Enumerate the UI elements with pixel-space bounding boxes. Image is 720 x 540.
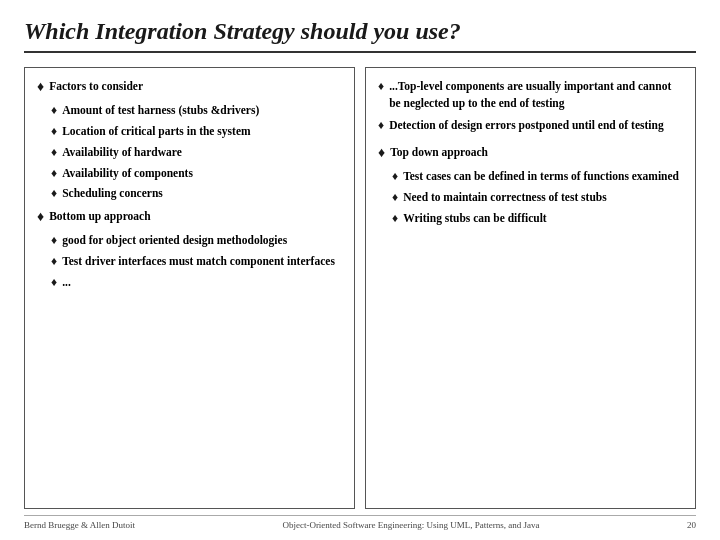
left-bullet1-label: Factors to consider xyxy=(49,78,143,95)
left-main-bullet-1: ♦ Factors to consider xyxy=(37,78,342,96)
footer-center: Object-Oriented Software Engineering: Us… xyxy=(282,520,539,530)
sub-diamond-icon: ♦ xyxy=(51,274,57,291)
sub-diamond-icon: ♦ xyxy=(392,210,398,227)
right-sub-1-3: ♦ Writing stubs can be difficult xyxy=(392,210,683,227)
right-sub-1-1-text: Test cases can be defined in terms of fu… xyxy=(403,168,679,185)
sub-diamond-icon: ♦ xyxy=(392,168,398,185)
content-area: ♦ Factors to consider ♦ Amount of test h… xyxy=(24,67,696,509)
sub-diamond-icon: ♦ xyxy=(51,144,57,161)
sub-diamond-icon: ♦ xyxy=(51,185,57,202)
right-bullet1-label: Top down approach xyxy=(390,144,488,161)
footer-right: 20 xyxy=(687,520,696,530)
right-main-bullet-1: ♦ Top down approach xyxy=(378,144,683,162)
left-sub-1-2-text: Location of critical parts in the system xyxy=(62,123,250,140)
left-sub-1-4-text: Availability of components xyxy=(62,165,193,182)
diamond-icon-1: ♦ xyxy=(37,78,44,96)
left-main-bullet-2: ♦ Bottom up approach xyxy=(37,208,342,226)
left-sub-2-3: ♦ ... xyxy=(51,274,342,291)
diamond-icon-r1: ♦ xyxy=(378,144,385,162)
right-top-text-2: Detection of design errors postponed unt… xyxy=(389,117,664,134)
left-sub-1-1: ♦ Amount of test harness (stubs &drivers… xyxy=(51,102,342,119)
left-sub-1-3: ♦ Availability of hardware xyxy=(51,144,342,161)
left-sub-2-2-text: Test driver interfaces must match compon… xyxy=(62,253,335,270)
right-top-block: ♦ ...Top-level components are usually im… xyxy=(378,78,683,111)
slide: Which Integration Strategy should you us… xyxy=(0,0,720,540)
right-top-text-1: ...Top-level components are usually impo… xyxy=(389,78,683,111)
sub-diamond-icon: ♦ xyxy=(378,117,384,134)
left-sub-1-2: ♦ Location of critical parts in the syst… xyxy=(51,123,342,140)
right-sub-1-1: ♦ Test cases can be defined in terms of … xyxy=(392,168,683,185)
right-sub-1-2: ♦ Need to maintain correctness of test s… xyxy=(392,189,683,206)
sub-diamond-icon: ♦ xyxy=(51,165,57,182)
diamond-icon-2: ♦ xyxy=(37,208,44,226)
sub-diamond-icon: ♦ xyxy=(51,253,57,270)
left-sub-1-4: ♦ Availability of components xyxy=(51,165,342,182)
left-sub-1-5: ♦ Scheduling concerns xyxy=(51,185,342,202)
left-sub-1-5-text: Scheduling concerns xyxy=(62,185,163,202)
sub-diamond-icon: ♦ xyxy=(51,102,57,119)
right-column: ♦ ...Top-level components are usually im… xyxy=(365,67,696,509)
sub-diamond-icon: ♦ xyxy=(378,78,384,111)
sub-diamond-icon: ♦ xyxy=(51,232,57,249)
slide-title: Which Integration Strategy should you us… xyxy=(24,18,696,53)
sub-diamond-icon: ♦ xyxy=(51,123,57,140)
footer-left: Bernd Bruegge & Allen Dutoit xyxy=(24,520,135,530)
right-sub-1-3-text: Writing stubs can be difficult xyxy=(403,210,547,227)
left-sub-2-1-text: good for object oriented design methodol… xyxy=(62,232,287,249)
left-sub-2-1: ♦ good for object oriented design method… xyxy=(51,232,342,249)
left-sub-1-3-text: Availability of hardware xyxy=(62,144,182,161)
left-sub-2-2: ♦ Test driver interfaces must match comp… xyxy=(51,253,342,270)
left-sub-1-1-text: Amount of test harness (stubs &drivers) xyxy=(62,102,259,119)
right-top-block-2: ♦ Detection of design errors postponed u… xyxy=(378,117,683,134)
footer: Bernd Bruegge & Allen Dutoit Object-Orie… xyxy=(24,515,696,530)
left-bullet2-label: Bottom up approach xyxy=(49,208,150,225)
left-sub-2-3-text: ... xyxy=(62,274,71,291)
sub-diamond-icon: ♦ xyxy=(392,189,398,206)
left-column: ♦ Factors to consider ♦ Amount of test h… xyxy=(24,67,355,509)
right-sub-1-2-text: Need to maintain correctness of test stu… xyxy=(403,189,607,206)
